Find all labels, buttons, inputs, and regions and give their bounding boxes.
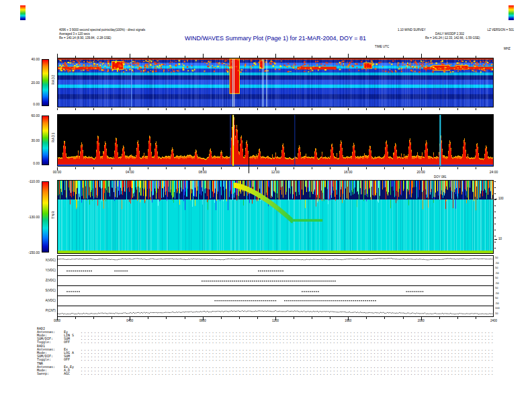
time-axis-tick-label: 04:00	[121, 170, 138, 174]
time-axis-tick-label: 20:00	[412, 170, 430, 174]
rad1-spectrogram	[58, 115, 493, 166]
line-panel-right-tick: 50	[495, 266, 498, 269]
tnr-right-tick-100: 100	[498, 197, 504, 200]
bottom-axis-tick-label: 1200	[267, 319, 284, 322]
tnr-right-tick-10-mark	[494, 239, 497, 240]
time-axis-tick-label: 12:00	[267, 170, 284, 174]
line-panel	[58, 256, 493, 266]
rad1-colorbar	[42, 116, 49, 165]
status-block: RAD2Antennas:Ey.........................…	[37, 326, 494, 375]
line-panel-right-tick: 50	[495, 256, 498, 259]
status-row-label: Sweep:	[37, 372, 64, 375]
tnr-spectrogram	[58, 181, 493, 253]
rad2-spectrogram	[58, 58, 493, 107]
tnr-panel	[57, 180, 494, 254]
tnr-right-tick-100-mark	[494, 199, 497, 199]
line-panel-trace-4	[58, 286, 493, 295]
line-panel-label: Y(VDC)	[27, 269, 56, 272]
line-panel-stack	[57, 255, 494, 317]
line-panel	[58, 306, 493, 316]
line-panel-right-tick: -50	[495, 261, 499, 265]
line-panel-label: P(CNT)	[27, 309, 56, 312]
line-panel	[58, 296, 493, 306]
line-panel-right-tick: 50	[495, 276, 498, 279]
line-panel-right-tick: 10	[495, 312, 498, 315]
status-row: Sweep:AGC...............................…	[37, 372, 494, 375]
time-axis-tick-label: 08:00	[194, 170, 212, 174]
rad2-colorbar-tick-mid: 20.00	[20, 81, 40, 85]
line-panel-right-tick: 50	[495, 296, 498, 300]
line-panel-right-tick: -50	[495, 291, 499, 295]
tnr-panel-label: TNR	[51, 211, 55, 219]
tnr-colorbar	[42, 181, 49, 253]
time-axis-tick-label: 16:00	[339, 170, 357, 174]
rad1-colorbar-tick-mid: 30.00	[20, 138, 40, 142]
time-axis-tick-label: 00:00	[48, 170, 66, 174]
rad1-colorbar-tick-top: 60.00	[20, 113, 40, 118]
line-panel-label: A(VDC)	[27, 299, 56, 302]
rad2-colorbar	[42, 59, 49, 106]
frequency-unit-label: MHZ	[504, 47, 511, 50]
line-panel	[58, 266, 493, 276]
line-panel	[58, 286, 493, 296]
header-position-end: Re = 141.24 (-12.33, 142.66, -1.59 GSE)	[425, 36, 480, 40]
line-panel-label: Z(VDC)	[27, 279, 56, 282]
bottom-axis-tick-label: 2400	[485, 319, 502, 322]
bottom-axis-tick-label: 0000	[48, 319, 66, 322]
status-row: Toggle:OFF..............................…	[37, 358, 494, 361]
rad1-colorbar-tick-bottom: 0.00	[20, 161, 40, 165]
rad2-colorbar-tick-bottom: 0.00	[20, 102, 40, 106]
rad1-panel-label: RAD1	[51, 132, 55, 142]
status-row-value: AGC	[64, 372, 79, 375]
header-daily-line: DAILY WI03DP 2,302	[435, 32, 464, 36]
rad2-colorbar-tick-top: 40.00	[20, 57, 40, 61]
line-panel-right-tick: -50	[495, 281, 499, 285]
line-panel-right-tick: 100	[495, 306, 500, 310]
status-row-value: OFF	[64, 358, 79, 361]
line-panel-trace-5	[58, 296, 493, 306]
header-config-line-1: 4096 + 3 9000 second spectral points/day…	[59, 28, 145, 32]
bottom-axis-tick-label: 2000	[412, 319, 430, 322]
line-panel-trace-6	[58, 306, 493, 316]
tnr-right-tick-10: 10	[498, 237, 502, 240]
bottom-axis-labels: 0000040008001200160020002400	[0, 319, 532, 326]
rad2-panel	[57, 58, 494, 107]
line-panel-label: S(VDC)	[27, 289, 56, 292]
time-axis-labels: 00:0004:0008:0012:0016:0020:0024:00	[0, 170, 532, 177]
doy-label: DOY 081	[434, 175, 446, 179]
header-version: 1.10 WIND SURVEY	[398, 28, 426, 32]
mid-axis-minor-ticks	[57, 167, 494, 169]
status-row-leader: ........................................…	[81, 358, 494, 361]
tnr-right-log-ticks	[494, 181, 496, 253]
tnr-colorbar-tick-bottom: -150.00	[20, 250, 40, 255]
time-axis-unit-label: TIME UTC	[375, 45, 389, 48]
line-panel	[58, 276, 493, 286]
line-panel-right-tick: -50	[495, 271, 499, 275]
line-panel-right-tick: 50	[495, 286, 498, 289]
corner-colorbar-right	[508, 5, 514, 20]
rad2-bottom-ticks	[57, 108, 494, 110]
line-panel-trace-2	[58, 266, 493, 275]
line-panel-label: X(VDC)	[27, 259, 56, 262]
line-panel-trace-1	[58, 256, 493, 265]
line-panel-trace-3	[58, 276, 493, 285]
bottom-axis-tick-label: 0400	[121, 319, 138, 322]
bottom-axis-tick-label: 0800	[194, 319, 212, 322]
header-lz-version: LZ VERSION = 501	[463, 28, 514, 32]
rad2-panel-label: RAD2	[51, 75, 55, 85]
bottom-axis-tick-label: 1600	[339, 319, 357, 322]
status-row-value: OFF	[64, 340, 79, 344]
wind-waves-summary-plot: 4096 + 3 9000 second spectral points/day…	[0, 0, 532, 411]
status-row-leader: ........................................…	[81, 340, 494, 344]
rad1-panel	[57, 114, 494, 167]
status-row-leader: ........................................…	[81, 372, 494, 375]
tnr-colorbar-tick-top: -110.00	[20, 179, 40, 183]
status-row: Toggle:OFF..............................…	[37, 340, 494, 344]
time-axis-tick-label: 24:00	[485, 170, 502, 174]
event-marker-line	[249, 147, 249, 173]
line-panel-right-tick: -50	[495, 302, 499, 305]
corner-colorbar-left	[20, 5, 26, 20]
tnr-colorbar-tick-mid: -130.00	[20, 215, 40, 219]
